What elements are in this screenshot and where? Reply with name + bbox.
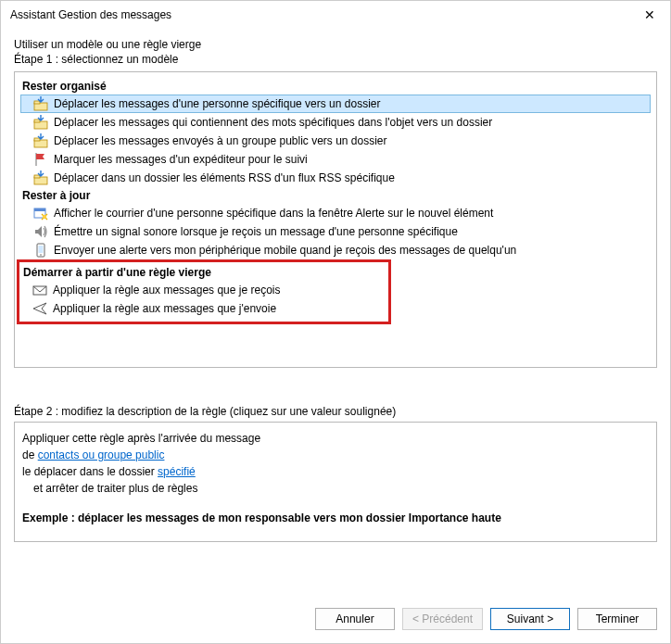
desc-line-1: Appliquer cette règle après l'arrivée du… bbox=[22, 430, 649, 447]
move-to-folder-icon bbox=[33, 96, 48, 111]
rule-template-blank-send[interactable]: Appliquer la règle aux messages que j'en… bbox=[19, 299, 388, 318]
rule-template-label: Afficher le courrier d'une personne spéc… bbox=[54, 205, 493, 221]
svg-rect-1 bbox=[34, 101, 40, 104]
svg-rect-7 bbox=[34, 175, 40, 178]
rule-template-mobile[interactable]: Envoyer une alerte vers mon périphérique… bbox=[20, 241, 651, 259]
svg-rect-12 bbox=[39, 246, 44, 253]
title-bar: Assistant Gestion des messages ✕ bbox=[1, 1, 670, 29]
desc-line-3: le déplacer dans le dossier spécifié bbox=[22, 463, 649, 480]
rule-template-sound[interactable]: Émettre un signal sonore lorsque je reço… bbox=[20, 222, 651, 241]
move-to-folder-icon bbox=[33, 133, 48, 148]
rule-template-label: Déplacer les messages envoyés à un group… bbox=[54, 133, 387, 149]
dialog-button-row: Annuler < Précédent Suivant > Terminer bbox=[1, 591, 670, 643]
move-to-folder-icon bbox=[33, 170, 48, 185]
mobile-icon bbox=[33, 243, 48, 258]
svg-rect-5 bbox=[34, 138, 40, 141]
rules-wizard-window: Assistant Gestion des messages ✕ Utilise… bbox=[0, 0, 671, 644]
flag-icon bbox=[33, 152, 48, 167]
rule-list-uptodate: Afficher le courrier d'une personne spéc… bbox=[20, 204, 651, 259]
svg-point-10 bbox=[43, 215, 46, 219]
section-header-blank: Démarrer à partir d'une règle vierge bbox=[19, 264, 388, 281]
alert-window-icon bbox=[33, 206, 48, 221]
template-panel: Rester organisé Déplacer les messages d'… bbox=[14, 71, 657, 368]
finish-button[interactable]: Terminer bbox=[577, 608, 657, 630]
sound-icon bbox=[33, 224, 48, 239]
desc-line-2: de contacts ou groupe public bbox=[22, 447, 649, 463]
next-button[interactable]: Suivant > bbox=[490, 608, 570, 630]
desc-line-4: et arrêter de traiter plus de règles bbox=[22, 480, 649, 497]
envelope-icon bbox=[32, 283, 47, 297]
move-to-folder-icon bbox=[33, 115, 48, 130]
cancel-button[interactable]: Annuler bbox=[315, 608, 395, 630]
svg-rect-3 bbox=[34, 120, 40, 122]
rule-template-label: Émettre un signal sonore lorsque je reço… bbox=[54, 223, 458, 240]
rule-template-alert-window[interactable]: Afficher le courrier d'une personne spéc… bbox=[20, 204, 651, 222]
rule-template-move-words[interactable]: Déplacer les messages qui contiennent de… bbox=[20, 113, 651, 132]
rule-template-label: Déplacer dans un dossier les éléments RS… bbox=[54, 170, 395, 186]
step2-label: Étape 2 : modifiez la description de la … bbox=[14, 405, 657, 418]
rule-description-box: Appliquer cette règle après l'arrivée du… bbox=[14, 422, 657, 542]
section-header-organised: Rester organisé bbox=[20, 78, 651, 95]
link-contacts[interactable]: contacts ou groupe public bbox=[38, 448, 165, 461]
blank-rule-highlight: Démarrer à partir d'une règle vierge App… bbox=[17, 259, 391, 324]
svg-rect-9 bbox=[34, 208, 45, 211]
rule-template-flag[interactable]: Marquer les messages d'un expéditeur pou… bbox=[20, 150, 651, 169]
rule-template-move-group[interactable]: Déplacer les messages envoyés à un group… bbox=[20, 132, 651, 150]
desc-line-3-pre: le déplacer dans le dossier bbox=[22, 465, 158, 478]
desc-example: Exemple : déplacer les messages de mon r… bbox=[22, 510, 649, 526]
rule-template-label: Appliquer la règle aux messages que je r… bbox=[53, 282, 280, 298]
rule-template-blank-receive[interactable]: Appliquer la règle aux messages que je r… bbox=[19, 281, 388, 299]
intro-line-1: Utiliser un modèle ou une règle vierge bbox=[14, 38, 657, 51]
close-icon[interactable]: ✕ bbox=[637, 4, 663, 26]
rule-template-label: Déplacer les messages qui contiennent de… bbox=[54, 114, 492, 131]
window-title: Assistant Gestion des messages bbox=[10, 8, 171, 21]
content-area: Utiliser un modèle ou une règle vierge É… bbox=[1, 29, 670, 591]
intro-line-2: Étape 1 : sélectionnez un modèle bbox=[14, 53, 657, 66]
link-folder[interactable]: spécifié bbox=[158, 465, 196, 478]
rule-template-rss[interactable]: Déplacer dans un dossier les éléments RS… bbox=[20, 169, 651, 187]
section-header-uptodate: Rester à jour bbox=[20, 187, 651, 204]
back-button[interactable]: < Précédent bbox=[402, 608, 483, 630]
rule-list-organised: Déplacer les messages d'une personne spé… bbox=[20, 95, 651, 187]
desc-line-2-pre: de bbox=[22, 448, 38, 461]
rule-template-label: Marquer les messages d'un expéditeur pou… bbox=[54, 151, 308, 168]
send-icon bbox=[32, 301, 47, 316]
rule-template-move-person[interactable]: Déplacer les messages d'une personne spé… bbox=[20, 95, 651, 113]
svg-point-13 bbox=[40, 254, 42, 256]
rule-template-label: Appliquer la règle aux messages que j'en… bbox=[53, 300, 276, 317]
rule-list-blank: Appliquer la règle aux messages que je r… bbox=[19, 281, 388, 318]
rule-template-label: Envoyer une alerte vers mon périphérique… bbox=[54, 242, 516, 259]
rule-template-label: Déplacer les messages d'une personne spé… bbox=[54, 95, 381, 112]
